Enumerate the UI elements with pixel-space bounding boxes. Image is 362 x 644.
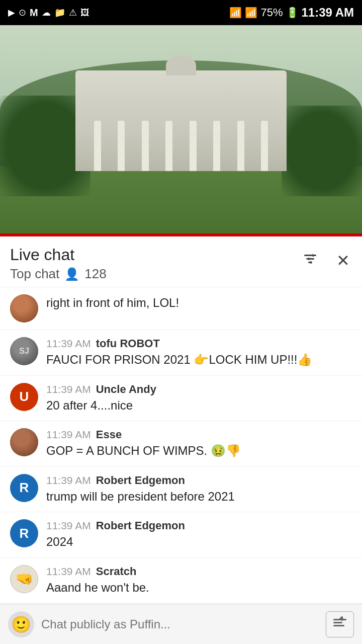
chat-title: Live chat (10, 246, 107, 264)
svg-rect-3 (312, 254, 314, 257)
list-item: 11:39 AM Esse GOP = A BUNCH OF WIMPS. 🤢👎 (0, 421, 362, 467)
message-text: 20 after 4....nice (46, 397, 352, 414)
video-building-dome (166, 55, 196, 75)
avatar (10, 294, 38, 323)
svg-rect-5 (310, 261, 312, 264)
avatar-letter: R (20, 480, 29, 496)
column-2 (118, 121, 125, 171)
viewer-count: 128 (84, 266, 106, 282)
video-white-house (75, 70, 287, 171)
message-meta: 11:39 AM tofu ROBOT (46, 337, 352, 350)
column-5 (190, 121, 197, 171)
chat-mode-label: Top chat (10, 266, 59, 282)
message-author: Robert Edgemon (96, 474, 185, 487)
chat-header-left: Live chat Top chat 👤 128 (10, 246, 107, 282)
svg-rect-1 (306, 258, 314, 260)
list-item: R 11:39 AM Robert Edgemon 2024 (0, 512, 362, 558)
message-text: right in front of him, LOL! (46, 294, 352, 311)
clock-time: 11:39 AM (302, 6, 354, 20)
list-item: right in front of him, LOL! (0, 287, 362, 330)
avatar (10, 428, 38, 456)
column-8 (261, 121, 268, 171)
chat-header: Live chat Top chat 👤 128 ✕ (0, 236, 362, 287)
close-button[interactable]: ✕ (334, 249, 352, 272)
message-author: Uncle Andy (96, 383, 156, 396)
status-bar: ▶ ⊙ M ☁ 📁 ⚠ 🖼 📶 📶 75% 🔋 11:39 AM (0, 0, 362, 25)
filter-button[interactable] (300, 249, 320, 272)
avatar: 🤜 (10, 565, 38, 593)
message-content: 11:39 AM Robert Edgemon 2024 (46, 519, 352, 550)
video-trees-front-right (282, 106, 362, 196)
video-red-bar (0, 233, 362, 236)
list-item: R 11:39 AM Robert Edgemon trump will be … (0, 467, 362, 513)
emoji-button[interactable]: 🙂 (8, 611, 34, 637)
message-meta: 11:39 AM Esse (46, 428, 352, 441)
message-author: tofu ROBOT (96, 337, 160, 350)
status-left-icons: ▶ ⊙ M ☁ 📁 ⚠ 🖼 (8, 7, 89, 19)
message-meta: 11:39 AM Robert Edgemon (46, 519, 352, 532)
message-author: Robert Edgemon (96, 519, 185, 532)
chat-messages: right in front of him, LOL! SJ 11:39 AM … (0, 287, 362, 644)
column-1 (94, 121, 101, 171)
list-item: SJ 11:39 AM tofu ROBOT FAUCI FOR PRISON … (0, 330, 362, 376)
message-text: FAUCI FOR PRISON 2021 👉LOCK HIM UP!!!👍 (46, 351, 352, 368)
avatar-letter: R (20, 526, 29, 541)
message-content: 11:39 AM Robert Edgemon trump will be pr… (46, 474, 352, 505)
circle-icon: ⊙ (19, 7, 26, 18)
chat-subtitle: Top chat 👤 128 (10, 266, 107, 282)
column-6 (213, 121, 220, 171)
message-content: 11:39 AM Scratch Aaand he won't be. (46, 565, 352, 596)
message-content: right in front of him, LOL! (46, 294, 352, 311)
video-building-columns (85, 111, 277, 171)
viewer-icon: 👤 (64, 267, 79, 281)
column-7 (237, 121, 244, 171)
battery-icon: 🔋 (286, 7, 299, 19)
video-background (0, 25, 362, 236)
signal-icon: 📶 (245, 7, 257, 19)
chat-panel: Live chat Top chat 👤 128 ✕ (0, 236, 362, 644)
message-time: 11:39 AM (46, 429, 91, 441)
message-time: 11:39 AM (46, 520, 91, 532)
message-text: GOP = A BUNCH OF WIMPS. 🤢👎 (46, 442, 352, 459)
folder-icon: 📁 (54, 7, 65, 18)
svg-rect-0 (304, 255, 316, 256)
message-content: 11:39 AM Uncle Andy 20 after 4....nice (46, 383, 352, 414)
cloud-icon: ☁ (42, 7, 51, 18)
status-right-info: 📶 📶 75% 🔋 11:39 AM (229, 6, 354, 20)
list-item: 🤜 11:39 AM Scratch Aaand he won't be. (0, 558, 362, 604)
message-meta: 11:39 AM Robert Edgemon (46, 474, 352, 487)
message-time: 11:39 AM (46, 474, 91, 487)
send-button[interactable] (326, 611, 354, 637)
avatar: U (10, 383, 38, 411)
battery-percent: 75% (260, 6, 283, 19)
svg-rect-4 (308, 258, 310, 260)
wifi-icon: 📶 (229, 7, 242, 19)
svg-rect-7 (333, 622, 342, 623)
message-text: Aaand he won't be. (46, 579, 352, 596)
column-3 (142, 121, 149, 171)
message-author: Scratch (96, 565, 137, 578)
list-item: U 11:39 AM Uncle Andy 20 after 4....nice (0, 376, 362, 422)
message-author: Esse (96, 428, 122, 441)
message-meta: 11:39 AM Scratch (46, 565, 352, 578)
warning-icon: ⚠ (69, 7, 77, 18)
message-time: 11:39 AM (46, 338, 91, 350)
avatar: R (10, 474, 38, 502)
column-4 (165, 121, 172, 171)
image-icon: 🖼 (80, 8, 89, 18)
message-text: 2024 (46, 533, 352, 550)
message-time: 11:39 AM (46, 566, 91, 578)
chat-input[interactable] (41, 611, 319, 637)
avatar-letter: U (20, 389, 29, 405)
svg-marker-10 (338, 616, 344, 620)
avatar: R (10, 519, 38, 547)
video-player[interactable] (0, 25, 362, 236)
play-icon: ▶ (8, 7, 15, 18)
avatar: SJ (10, 337, 38, 365)
message-time: 11:39 AM (46, 383, 91, 395)
svg-rect-8 (333, 625, 344, 626)
chat-header-right[interactable]: ✕ (300, 249, 352, 272)
message-content: 11:39 AM Esse GOP = A BUNCH OF WIMPS. 🤢👎 (46, 428, 352, 459)
message-text: trump will be president before 2021 (46, 488, 352, 505)
message-content: 11:39 AM tofu ROBOT FAUCI FOR PRISON 202… (46, 337, 352, 368)
